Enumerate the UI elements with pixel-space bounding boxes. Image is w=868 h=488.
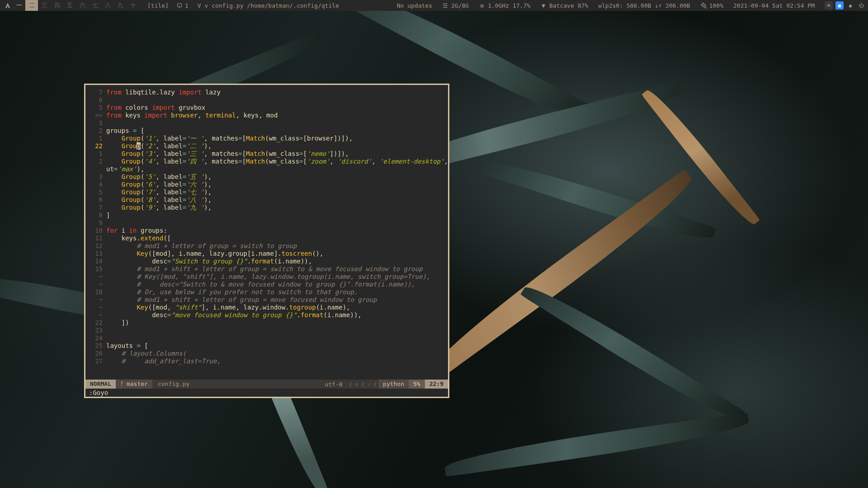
logout-tray-icon[interactable]: ⏻ <box>857 1 865 9</box>
code-line[interactable]: 3 <box>89 119 443 127</box>
keyboard-tray-icon[interactable]: ⌨ <box>825 1 833 9</box>
code-text: Key([mod], i.name, lazy.group[i.name].to… <box>106 250 443 258</box>
code-line[interactable]: 1 Group('3', label='三 ', matches=[Match(… <box>89 150 443 158</box>
code-text: ut='max'), <box>106 165 443 173</box>
line-number: 15 <box>89 265 106 273</box>
code-line[interactable]: 23 <box>89 327 443 334</box>
code-line[interactable]: ~ Key([mod, "shift"], i.name, lazy.windo… <box>89 304 443 311</box>
status-percent: 5% <box>409 380 425 389</box>
workspace-5[interactable]: 五 <box>63 0 76 11</box>
code-line[interactable]: 5from colors import gruvbox <box>89 104 443 112</box>
code-line[interactable]: 22 ]) <box>89 319 443 327</box>
line-number: 22 <box>89 319 106 327</box>
power-tray-icon[interactable]: ◉ <box>846 1 854 9</box>
code-line[interactable]: 9 <box>89 219 443 227</box>
line-number: 14 <box>89 258 106 265</box>
workspace-6[interactable]: 六 <box>76 0 89 11</box>
line-number: 4 <box>89 181 106 188</box>
code-text: Group('9', label='九 '), <box>106 204 443 211</box>
line-number: ~ <box>89 304 106 311</box>
line-number: 1 <box>89 135 106 142</box>
line-number: 8 <box>89 211 106 219</box>
code-text: desc="Switch to group {}".format(i.name)… <box>106 258 443 265</box>
workspace-10[interactable]: 十 <box>127 0 139 11</box>
line-number: ~ <box>89 311 106 319</box>
wifi-widget[interactable]: ▼ Batcave 87% <box>540 2 588 9</box>
code-text: for i in groups: <box>106 227 443 235</box>
code-line[interactable]: 13 Key([mod], i.name, lazy.group[i.name]… <box>89 250 443 258</box>
window-title: V v config.py /home/batman/.config/qtile <box>198 2 339 9</box>
memory-icon: ☰ <box>442 2 448 9</box>
line-number: 26 <box>89 350 106 357</box>
code-line[interactable]: 14 desc="Switch to group {}".format(i.na… <box>89 258 443 265</box>
code-line[interactable]: 26 # layout.Columns( <box>89 350 443 357</box>
code-line[interactable]: ~ desc="move focused window to group {}"… <box>89 311 443 319</box>
code-line[interactable]: 3 Group('5', label='五 '), <box>89 173 443 181</box>
code-line[interactable]: 7 Group('9', label='九 '), <box>89 204 443 211</box>
workspace-8[interactable]: 八 <box>101 0 114 11</box>
line-number: 5 <box>89 104 106 112</box>
workspace-4[interactable]: 四 <box>51 0 63 11</box>
code-line[interactable]: 10for i in groups: <box>89 227 443 235</box>
workspace-3[interactable]: 三 <box>38 0 51 11</box>
updates-widget[interactable]: No updates <box>397 2 432 9</box>
editor-window[interactable]: 7from libqtile.lazy import lazy65from co… <box>84 84 449 398</box>
code-line[interactable]: 15 # mod1 + shift + letter of group = sw… <box>89 265 443 273</box>
line-number: 7 <box>89 204 106 211</box>
git-branch: ᚠ master <box>116 380 152 389</box>
code-line[interactable]: >>from keys import browser, terminal, ke… <box>89 112 443 119</box>
layout-indicator[interactable]: [tile] <box>147 2 169 9</box>
workspace-7[interactable]: 七 <box>89 0 101 11</box>
code-line[interactable]: 1 Group('1', label='一 ', matches=[Match(… <box>89 135 443 142</box>
code-line[interactable]: 12 # mod1 + letter of group = switch to … <box>89 242 443 250</box>
code-text: Key([mod, "shift"], i.name, lazy.window.… <box>106 304 443 311</box>
cpu-icon: ⚙ <box>479 2 485 9</box>
line-number: 3 <box>89 173 106 181</box>
line-number: 18 <box>89 288 106 296</box>
code-line[interactable]: 11 keys.extend([ <box>89 235 443 242</box>
line-number: 24 <box>89 334 106 342</box>
code-text: from libqtile.lazy import lazy <box>106 89 443 96</box>
line-number: >> <box>89 112 106 119</box>
zoom-tray-icon[interactable]: ▣ <box>835 1 844 9</box>
code-line[interactable]: 7from libqtile.lazy import lazy <box>89 89 443 96</box>
line-number: 22 <box>89 142 106 150</box>
battery-widget: 🔌 100% <box>700 2 723 9</box>
code-line[interactable]: 6 Group('8', label='八 '), <box>89 196 443 204</box>
vim-cmdline[interactable]: :Goyo <box>85 389 448 397</box>
code-line[interactable]: 22 Group('2', label='二 '), <box>89 142 443 150</box>
code-line[interactable]: 2 Group('4', label='四 ', matches=[Match(… <box>89 158 443 165</box>
code-line[interactable]: 25layouts = [ <box>89 342 443 350</box>
code-line[interactable]: ut='max'), <box>89 165 443 173</box>
code-line[interactable]: 2groups = [ <box>89 127 443 135</box>
code-text: groups = [ <box>106 127 443 135</box>
code-text: ] <box>106 211 443 219</box>
code-line[interactable]: ~ # desc="Switch to & move focused windo… <box>89 281 443 288</box>
editor-buffer[interactable]: 7from libqtile.lazy import lazy65from co… <box>85 85 448 380</box>
code-line[interactable]: 4 Group('6', label='六 '), <box>89 181 443 188</box>
code-text: # add_after_last=True, <box>106 357 443 365</box>
code-line[interactable]: ~ # mod1 + shift + letter of group = mov… <box>89 296 443 304</box>
workspace-1[interactable]: 一 <box>13 0 25 11</box>
code-text <box>106 96 443 104</box>
workspace-2[interactable]: 二 <box>25 0 38 11</box>
line-number: ~ <box>89 296 106 304</box>
code-line[interactable]: 27 # add_after_last=True, <box>89 357 443 365</box>
code-text: # desc="Switch to & move focused window … <box>106 281 443 288</box>
code-line[interactable]: 18 # Or, use below if you prefer not to … <box>89 288 443 296</box>
code-text <box>106 334 443 342</box>
code-line[interactable]: 6 <box>89 96 443 104</box>
line-number <box>89 165 106 173</box>
workspace-list: 一二三四五六七八九十 <box>13 0 139 11</box>
code-line[interactable]: ~ # Key([mod, "shift"], i.name, lazy.win… <box>89 273 443 281</box>
code-line[interactable]: 5 Group('7', label='七 '), <box>89 188 443 196</box>
wifi-icon: ▼ <box>540 2 547 9</box>
code-line[interactable]: 24 <box>89 334 443 342</box>
clock-widget[interactable]: 2021-09-04 Sat 02:54 PM <box>733 2 815 9</box>
code-text: keys.extend([ <box>106 235 443 242</box>
arch-logo-icon[interactable] <box>3 0 13 11</box>
code-line[interactable]: 8] <box>89 211 443 219</box>
code-text: # layout.Columns( <box>106 350 443 357</box>
code-text: Group('8', label='八 '), <box>106 196 443 204</box>
workspace-9[interactable]: 九 <box>114 0 127 11</box>
